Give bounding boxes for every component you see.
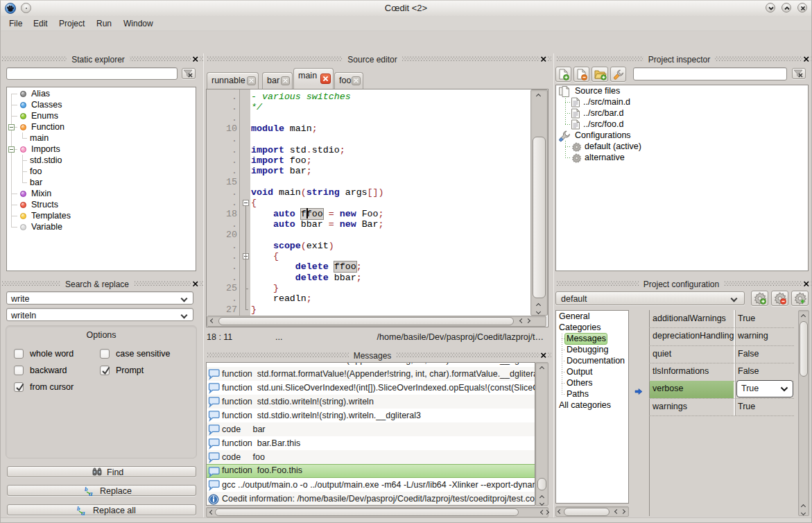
- svg-text:a: a: [89, 489, 93, 497]
- svg-text:b: b: [77, 505, 80, 512]
- svg-text:a: a: [81, 508, 85, 516]
- svg-text:b: b: [85, 486, 88, 492]
